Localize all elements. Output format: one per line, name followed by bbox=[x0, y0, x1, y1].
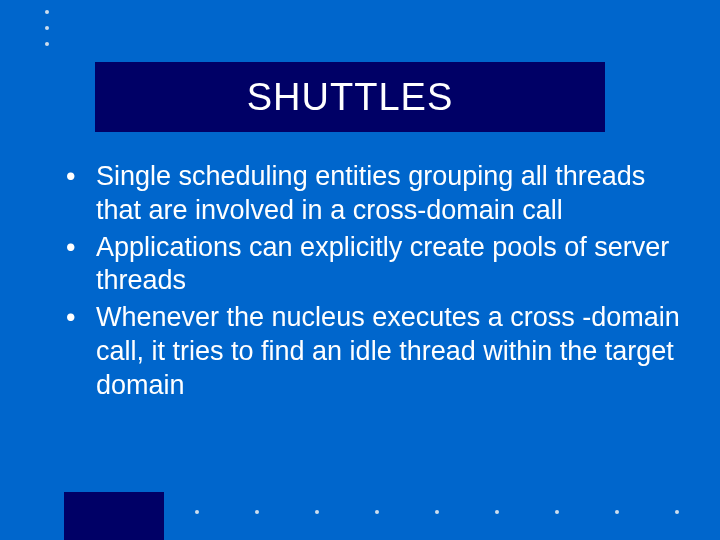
decorative-dots-top bbox=[45, 10, 49, 46]
slide-content: Single scheduling entities grouping all … bbox=[48, 160, 680, 405]
dot-icon bbox=[375, 510, 379, 514]
dot-icon bbox=[45, 10, 49, 14]
dot-icon bbox=[45, 26, 49, 30]
list-item: Whenever the nucleus executes a cross -d… bbox=[48, 301, 680, 402]
dot-icon bbox=[435, 510, 439, 514]
slide-title: SHUTTLES bbox=[247, 76, 453, 119]
decorative-dots-bottom bbox=[195, 510, 679, 514]
dot-icon bbox=[555, 510, 559, 514]
dot-icon bbox=[255, 510, 259, 514]
list-item: Applications can explicitly create pools… bbox=[48, 231, 680, 299]
dot-icon bbox=[45, 42, 49, 46]
dot-icon bbox=[195, 510, 199, 514]
bullet-list: Single scheduling entities grouping all … bbox=[48, 160, 680, 402]
dot-icon bbox=[315, 510, 319, 514]
dot-icon bbox=[675, 510, 679, 514]
title-bar: SHUTTLES bbox=[95, 62, 605, 132]
list-item: Single scheduling entities grouping all … bbox=[48, 160, 680, 228]
dot-icon bbox=[495, 510, 499, 514]
dot-icon bbox=[615, 510, 619, 514]
accent-block bbox=[64, 492, 164, 540]
